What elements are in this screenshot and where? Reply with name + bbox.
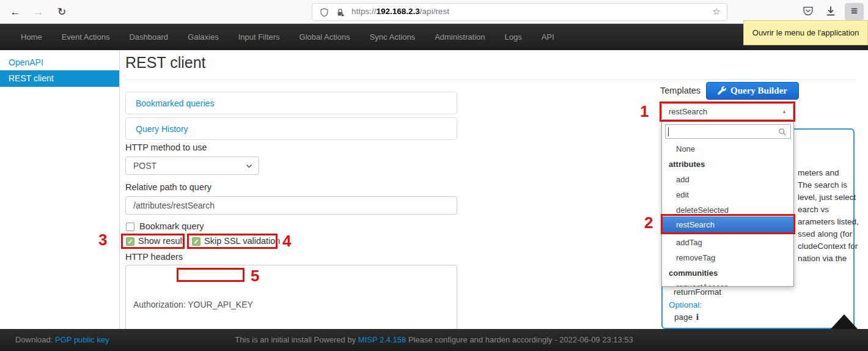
panel-text-fragment: The search is xyxy=(798,179,847,191)
http-method-label: HTTP method to use xyxy=(125,142,207,152)
bookmark-star-icon[interactable]: ☆ xyxy=(713,6,721,17)
query-history-link[interactable]: Query History xyxy=(136,124,188,134)
optional-label: Optional: xyxy=(669,300,702,309)
scroll-to-top-icon[interactable] xyxy=(831,314,858,329)
misp-version-link[interactable]: MISP 2.4.158 xyxy=(358,335,406,344)
title-divider xyxy=(125,79,856,80)
show-result-label: Show result xyxy=(138,236,185,246)
wrench-icon xyxy=(718,86,726,95)
annotation-number-2: 2 xyxy=(644,213,653,232)
dropdown-option-delete-selected[interactable]: deleteSelected xyxy=(662,202,793,218)
dropdown-group-attributes: attributes xyxy=(662,157,793,172)
template-dropdown: None attributes add edit deleteSelected … xyxy=(661,120,794,287)
footer-prefix: This is an initial install Powered by xyxy=(235,335,358,344)
dropdown-option-rest-search[interactable]: restSearch xyxy=(662,216,793,233)
panel-text-fragment: earch vs xyxy=(798,204,829,216)
annotation-number-3: 3 xyxy=(98,231,107,249)
hamburger-menu-icon[interactable]: ≡ xyxy=(845,3,864,20)
bookmark-query-label: Bookmark query xyxy=(139,221,204,231)
bookmarked-queries-panel: Bookmarked queries xyxy=(125,92,457,114)
annotation-number-1: 1 xyxy=(640,102,649,121)
http-method-select[interactable]: POST xyxy=(125,157,259,175)
template-select[interactable]: restSearch ▲ xyxy=(661,103,793,120)
chevron-down-icon xyxy=(246,164,252,169)
skip-ssl-checkbox[interactable]: ✓ xyxy=(192,237,200,246)
panel-text-fragment: meters and xyxy=(798,167,839,179)
shield-icon[interactable] xyxy=(320,8,329,17)
info-icon[interactable]: i xyxy=(696,312,699,322)
panel-text-fragment: cludeContext for xyxy=(798,240,858,253)
relative-path-input[interactable]: /attributes/restSearch xyxy=(125,196,457,215)
app-menu-tooltip: Ouvrir le menu de l'application xyxy=(743,20,868,45)
nav-event-actions[interactable]: Event Actions xyxy=(52,32,120,42)
download-icon[interactable] xyxy=(825,5,838,18)
select-arrow-up-icon: ▲ xyxy=(782,104,787,119)
misp-navbar: Home Event Actions Dashboard Galaxies In… xyxy=(0,24,868,50)
nav-api[interactable]: API xyxy=(532,32,564,42)
nav-dashboard[interactable]: Dashboard xyxy=(119,32,178,42)
url-bar[interactable]: https://192.168.2.3/api/rest ☆ xyxy=(312,3,727,21)
dropdown-option-add[interactable]: add xyxy=(662,172,793,187)
footer: Download: PGP public key This is an init… xyxy=(0,329,868,351)
annotation-number-4: 4 xyxy=(282,232,291,251)
sidebar-item-rest-client[interactable]: REST client xyxy=(0,70,119,87)
page-title: REST client xyxy=(125,54,206,72)
templates-label: Templates xyxy=(660,86,701,95)
text-cursor xyxy=(668,127,669,136)
dropdown-option-none[interactable]: None xyxy=(662,141,793,157)
panel-text-fragment: ssed along (for xyxy=(798,228,852,240)
dropdown-option-request-access[interactable]: requestAccess xyxy=(662,279,793,287)
nav-administration[interactable]: Administration xyxy=(425,32,495,42)
panel-text-fragment: arameters listed, xyxy=(798,216,859,228)
pocket-icon[interactable] xyxy=(802,5,815,18)
url-text[interactable]: https://192.168.2.3/api/rest xyxy=(351,7,449,16)
dropdown-option-remove-tag[interactable]: removeTag xyxy=(662,250,793,265)
url-domain: 192.168.2.3 xyxy=(377,7,420,16)
nav-logs[interactable]: Logs xyxy=(495,32,532,42)
panel-text-fragment: level, just select xyxy=(798,191,856,204)
nav-input-filters[interactable]: Input Filters xyxy=(229,32,290,42)
forward-icon[interactable]: → xyxy=(31,4,46,20)
header-line-authorization: Authorization: YOUR_API_KEY xyxy=(133,298,253,312)
panel-text-fragment: nation via the xyxy=(798,253,847,265)
query-builder-button[interactable]: Query Builder xyxy=(706,82,799,100)
dropdown-option-add-tag[interactable]: addTag xyxy=(662,235,793,250)
browser-toolbar: ← → ↻ https://192.168.2.3/api/rest ☆ ≡ xyxy=(0,0,868,24)
navbar-menu: Home Event Actions Dashboard Galaxies In… xyxy=(11,24,868,50)
url-scheme: https:// xyxy=(351,7,377,16)
sidebar-divider xyxy=(119,50,120,329)
relative-path-label: Relative path to query xyxy=(125,182,211,192)
dropdown-group-communities: communities xyxy=(662,265,793,281)
sidebar-item-openapi[interactable]: OpenAPI xyxy=(9,57,43,67)
http-headers-label: HTTP headers xyxy=(125,252,183,262)
url-path: /api/rest xyxy=(420,7,449,16)
bookmark-query-checkbox[interactable] xyxy=(126,223,134,231)
query-history-panel: Query History xyxy=(125,117,457,140)
lock-warning-icon[interactable] xyxy=(336,8,345,17)
show-result-checkbox[interactable]: ✓ xyxy=(126,237,134,246)
dropdown-option-edit[interactable]: edit xyxy=(662,187,793,202)
skip-ssl-label: Skip SSL validation xyxy=(204,236,280,246)
back-icon[interactable]: ← xyxy=(7,4,23,20)
footer-suffix: Please configure and harden accordingly … xyxy=(406,335,633,344)
param-page: pagei xyxy=(674,312,699,322)
param-return-format: returnFormat xyxy=(674,287,721,297)
nav-galaxies[interactable]: Galaxies xyxy=(178,32,229,42)
annotation-number-5: 5 xyxy=(251,267,259,286)
nav-home[interactable]: Home xyxy=(11,32,52,42)
dropdown-search-input[interactable] xyxy=(665,124,791,139)
footer-status: This is an initial install Powered by MI… xyxy=(0,329,868,351)
search-icon xyxy=(778,128,787,136)
bookmarked-queries-link[interactable]: Bookmarked queries xyxy=(136,98,214,108)
nav-sync-actions[interactable]: Sync Actions xyxy=(360,32,425,42)
nav-global-actions[interactable]: Global Actions xyxy=(290,32,360,42)
reload-icon[interactable]: ↻ xyxy=(54,4,70,20)
